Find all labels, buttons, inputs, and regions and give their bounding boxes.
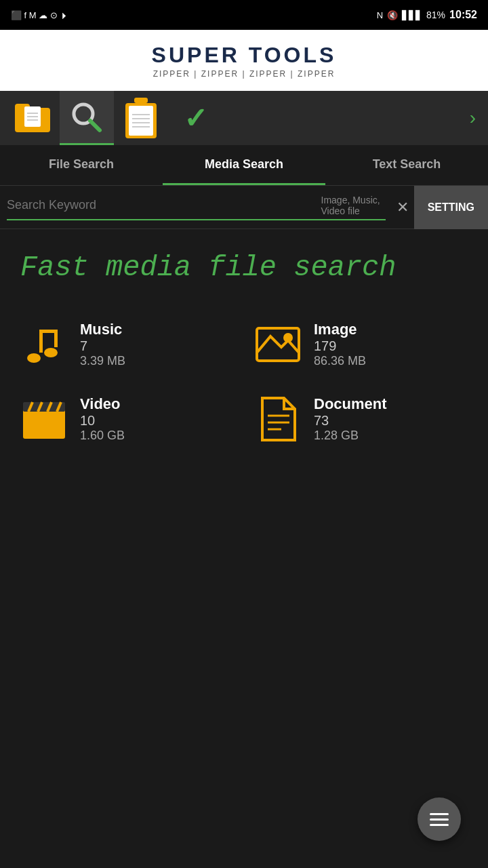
headline-text: Fast media file search [20, 250, 468, 287]
nfc-icon: N [377, 10, 383, 20]
document-count: 73 [314, 413, 387, 429]
signal-icon: ▋▋▋ [402, 10, 422, 20]
search-magnifier-icon [70, 100, 104, 134]
app-banner: SUPER TOOLS ZIPPER | ZIPPER | ZIPPER | Z… [0, 30, 488, 91]
tabs-bar: File Search Media Search Text Search [0, 145, 488, 186]
music-label: Music [80, 321, 125, 338]
toolbar-search-button[interactable] [60, 91, 114, 145]
svg-rect-9 [23, 409, 65, 439]
document-icon [254, 395, 302, 443]
video-icon [20, 395, 68, 443]
toolbar-check-button[interactable]: ✓ [168, 91, 222, 145]
status-icons: ⬛ f M ☁ ⊙ ⏵ [11, 10, 69, 20]
app-subtitle: ZIPPER | ZIPPER | ZIPPER | ZIPPER [152, 69, 337, 79]
image-icon [254, 321, 302, 368]
more-arrow-icon: › [470, 107, 476, 128]
app-title: SUPER TOOLS [152, 43, 337, 68]
svg-rect-4 [39, 330, 43, 353]
toolbar-folder-button[interactable] [5, 91, 60, 145]
setting-button[interactable]: SETTING [414, 186, 488, 229]
stat-document[interactable]: Document 73 1.28 GB [254, 395, 468, 443]
music-size: 3.39 MB [80, 354, 125, 368]
svg-line-1 [90, 121, 100, 130]
stats-grid: Music 7 3.39 MB Image 179 86.36 MB [20, 321, 468, 443]
svg-point-2 [27, 353, 41, 363]
svg-rect-5 [39, 330, 54, 333]
svg-rect-6 [54, 330, 58, 347]
svg-point-8 [283, 333, 293, 342]
stat-video[interactable]: Video 10 1.60 GB [20, 395, 234, 443]
clear-search-button[interactable]: ✕ [391, 199, 414, 216]
stat-image[interactable]: Image 179 86.36 MB [254, 321, 468, 368]
image-label: Image [314, 321, 366, 338]
toolbar: ✓ › [0, 91, 488, 145]
battery-text: 81% [426, 9, 445, 20]
toolbar-more-button[interactable]: › [470, 107, 483, 129]
tab-text-search[interactable]: Text Search [325, 145, 488, 185]
svg-point-3 [44, 348, 58, 357]
fab-menu-button[interactable] [418, 797, 461, 841]
tab-media-search[interactable]: Media Search [163, 145, 325, 185]
status-bar-right-icons: N 🔇 ▋▋▋ 81% 10:52 [377, 9, 477, 21]
tab-file-search[interactable]: File Search [0, 145, 163, 185]
image-size: 86.36 MB [314, 354, 366, 368]
video-label: Video [80, 395, 125, 413]
volume-icon: 🔇 [387, 10, 398, 20]
fab-menu-icon [430, 813, 449, 826]
stat-music[interactable]: Music 7 3.39 MB [20, 321, 234, 368]
time-display: 10:52 [449, 9, 477, 21]
search-input-wrap: Image, Music,Video file [7, 195, 386, 220]
search-input[interactable] [7, 198, 321, 212]
status-bar-left-icons: ⬛ f M ☁ ⊙ ⏵ [11, 10, 371, 20]
video-count: 10 [80, 413, 125, 429]
search-bar: Image, Music,Video file ✕ SETTING [0, 186, 488, 229]
checkmark-icon: ✓ [184, 102, 207, 135]
image-count: 179 [314, 338, 366, 354]
search-hint: Image, Music,Video file [321, 195, 380, 216]
document-size: 1.28 GB [314, 429, 387, 443]
status-bar: ⬛ f M ☁ ⊙ ⏵ N 🔇 ▋▋▋ 81% 10:52 [0, 0, 488, 30]
music-count: 7 [80, 338, 125, 354]
music-icon [20, 321, 68, 368]
document-label: Document [314, 395, 387, 413]
main-content: Fast media file search Music 7 3.39 MB [0, 229, 488, 463]
video-size: 1.60 GB [80, 429, 125, 443]
toolbar-clipboard-button[interactable] [114, 91, 168, 145]
